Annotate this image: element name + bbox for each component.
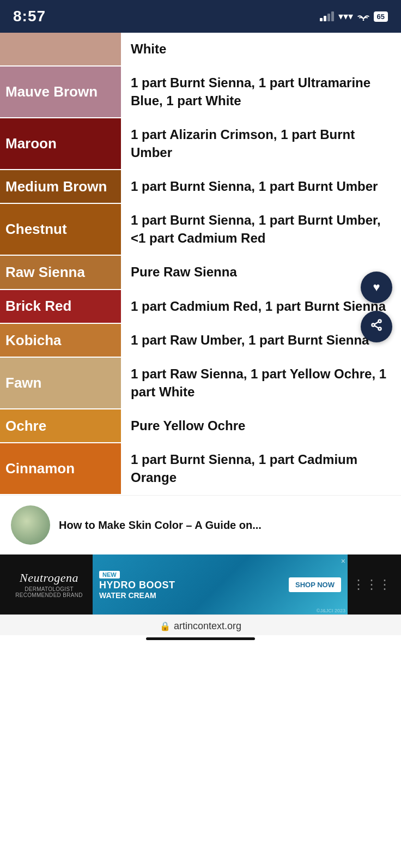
ad-product-name: HYDRO BOOST (99, 580, 283, 591)
browser-url-bar[interactable]: 🔒 artincontext.org (0, 614, 401, 635)
status-time: 8:57 (13, 8, 46, 25)
ad-banner[interactable]: Neutrogena DERMATOLOGIST RECOMMENDED BRA… (0, 554, 401, 614)
main-content: WhiteMauve Brown1 part Burnt Sienna, 1 p… (0, 33, 401, 495)
signal-icon (320, 11, 334, 21)
ad-shop-button[interactable]: SHOP NOW (289, 577, 341, 592)
color-swatch-cell (0, 33, 121, 66)
color-swatch-cell: Fawn (0, 357, 121, 409)
table-row: Brick Red1 part Cadmium Red, 1 part Burn… (0, 290, 401, 323)
color-table: WhiteMauve Brown1 part Burnt Sienna, 1 p… (0, 33, 401, 495)
color-swatch-cell: Maroon (0, 118, 121, 170)
ad-product-sub: WATER CREAM (99, 591, 283, 600)
color-recipe-cell: 1 part Burnt Sienna, 1 part Ultramarine … (121, 66, 401, 118)
table-row: Raw SiennaPure Raw Sienna (0, 255, 401, 289)
table-row: Mauve Brown1 part Burnt Sienna, 1 part U… (0, 66, 401, 118)
table-row: OchrePure Yellow Ochre (0, 409, 401, 443)
color-recipe-cell: 1 part Cadmium Red, 1 part Burnt Sienna (121, 290, 401, 323)
url-text: artincontext.org (174, 620, 241, 632)
table-row: Kobicha1 part Raw Umber, 1 part Burnt Si… (0, 323, 401, 357)
color-recipe-cell: White (121, 33, 401, 66)
table-row: Maroon1 part Alizarin Crimson, 1 part Bu… (0, 118, 401, 170)
ad-brand-name: Neutrogena (20, 571, 78, 585)
color-swatch-cell: Kobicha (0, 323, 121, 357)
color-recipe-cell: Pure Raw Sienna (121, 255, 401, 289)
color-swatch-cell: Medium Brown (0, 170, 121, 203)
color-recipe-cell: 1 part Raw Sienna, 1 part Yellow Ochre, … (121, 357, 401, 409)
fab-container: ♥ (361, 272, 392, 342)
ad-tab-icon[interactable]: ⋮⋮⋮ (348, 577, 396, 592)
color-swatch-cell: Cinnamon (0, 443, 121, 495)
color-recipe-cell: 1 part Raw Umber, 1 part Burnt Sienna (121, 323, 401, 357)
article-thumbnail (11, 505, 50, 545)
table-row: Fawn1 part Raw Sienna, 1 part Yellow Och… (0, 357, 401, 409)
url-display: 🔒 artincontext.org (160, 620, 241, 632)
table-row: White (0, 33, 401, 66)
svg-line-5 (374, 326, 378, 328)
svg-point-0 (362, 20, 364, 21)
ad-copyright: ©J&JCI 2023 (317, 608, 345, 613)
ad-brand-section: Neutrogena DERMATOLOGIST RECOMMENDED BRA… (5, 566, 93, 602)
color-recipe-cell: 1 part Burnt Sienna, 1 part Burnt Umber,… (121, 203, 401, 255)
svg-line-4 (374, 322, 378, 324)
home-indicator (146, 637, 255, 640)
heart-icon: ♥ (373, 280, 380, 294)
color-recipe-cell: 1 part Alizarin Crimson, 1 part Burnt Um… (121, 118, 401, 170)
related-article[interactable]: How to Make Skin Color – A Guide on... (0, 495, 401, 554)
table-row: Medium Brown1 part Burnt Sienna, 1 part … (0, 170, 401, 203)
color-swatch-cell: Brick Red (0, 290, 121, 323)
wifi-icon: ▾▾▾ (338, 10, 353, 22)
color-swatch-cell: Ochre (0, 409, 121, 443)
ad-text-block: NEW HYDRO BOOST WATER CREAM (99, 569, 283, 600)
ad-content[interactable]: NEW HYDRO BOOST WATER CREAM SHOP NOW × ©… (93, 554, 348, 614)
ad-new-tag: NEW (99, 571, 120, 578)
color-swatch-cell: Chestnut (0, 203, 121, 255)
table-row: Cinnamon1 part Burnt Sienna, 1 part Cadm… (0, 443, 401, 495)
favorite-button[interactable]: ♥ (361, 272, 392, 303)
share-button[interactable] (361, 311, 392, 342)
ad-brand-sub: DERMATOLOGIST RECOMMENDED BRAND (10, 586, 88, 598)
color-recipe-cell: 1 part Burnt Sienna, 1 part Cadmium Oran… (121, 443, 401, 495)
lock-icon: 🔒 (160, 621, 171, 631)
ad-close-button[interactable]: × (341, 557, 345, 565)
color-recipe-cell: 1 part Burnt Sienna, 1 part Burnt Umber (121, 170, 401, 203)
share-icon (370, 318, 383, 335)
color-swatch-cell: Mauve Brown (0, 66, 121, 118)
status-bar: 8:57 ▾▾▾ 65 (0, 0, 401, 33)
color-recipe-cell: Pure Yellow Ochre (121, 409, 401, 443)
article-title: How to Make Skin Color – A Guide on... (59, 518, 262, 532)
table-row: Chestnut1 part Burnt Sienna, 1 part Burn… (0, 203, 401, 255)
wifi-icon (357, 12, 369, 21)
battery-indicator: 65 (374, 11, 388, 22)
status-icons: ▾▾▾ 65 (320, 10, 388, 22)
color-swatch-cell: Raw Sienna (0, 255, 121, 289)
